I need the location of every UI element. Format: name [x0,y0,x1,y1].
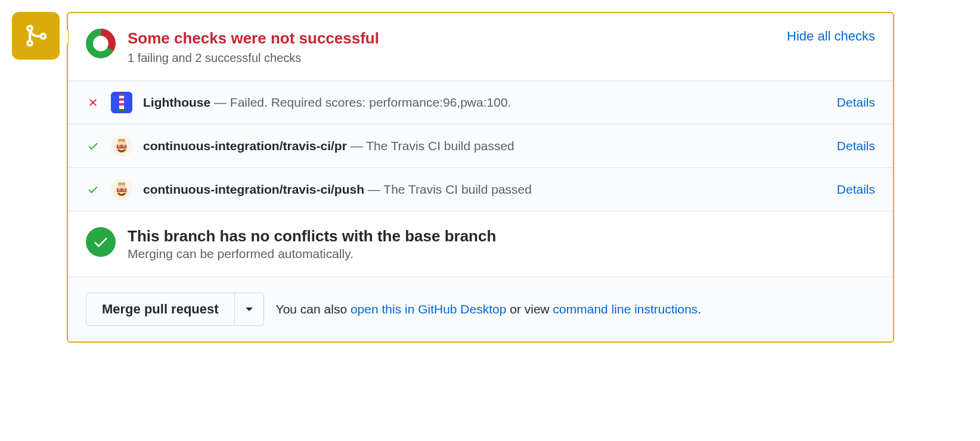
merge-info-text: You can also open this in GitHub Desktop… [276,302,702,316]
check-message: — The Travis CI build passed [364,182,532,196]
svg-point-19 [119,189,120,190]
checks-subtitle: 1 failing and 2 successful checks [128,51,775,65]
check-icon [87,184,99,195]
svg-point-20 [123,189,125,190]
open-desktop-link[interactable]: open this in GitHub Desktop [351,302,506,316]
merge-pull-request-button[interactable]: Merge pull request [86,293,235,326]
success-circle-icon [86,227,116,257]
check-details-link[interactable]: Details [837,182,875,197]
merge-info-suffix: . [697,302,701,316]
conflict-section: This branch has no conflicts with the ba… [68,211,893,277]
svg-point-1 [89,32,112,55]
check-message: — The Travis CI build passed [347,139,514,153]
git-merge-icon [23,23,48,48]
check-name: Lighthouse [143,95,210,109]
merge-info-middle: or view [506,302,553,316]
hide-all-checks-link[interactable]: Hide all checks [787,29,875,44]
lighthouse-avatar-icon [111,92,132,113]
merge-button-group: Merge pull request [86,293,264,326]
x-icon [87,97,99,108]
svg-marker-5 [118,94,125,96]
svg-rect-2 [119,96,124,109]
timeline-merge-badge [12,12,60,60]
svg-rect-6 [117,109,126,111]
checks-header-text: Some checks were not successful 1 failin… [128,29,775,65]
check-row: continuous-integration/travis-ci/pr — Th… [68,124,893,167]
merge-status-container: Some checks were not successful 1 failin… [12,12,894,343]
check-status-pass [86,184,100,195]
cli-instructions-link[interactable]: command line instructions [553,302,698,316]
travis-avatar-icon [111,179,132,200]
merge-dropdown-button[interactable] [235,293,264,326]
svg-point-12 [119,145,120,147]
check-text: Lighthouse — Failed. Required scores: pe… [143,95,826,110]
check-message: — Failed. Required scores: performance:9… [210,95,511,109]
status-donut-icon [86,29,116,58]
check-name: continuous-integration/travis-ci/push [143,182,364,196]
caret-down-icon [246,307,253,312]
check-status-pass [86,140,100,152]
merge-action-section: Merge pull request You can also open thi… [68,277,893,341]
check-status-fail [86,97,100,108]
conflict-text: This branch has no conflicts with the ba… [128,227,496,261]
check-details-link[interactable]: Details [837,95,875,110]
checks-title: Some checks were not successful [128,29,775,49]
check-name: continuous-integration/travis-ci/pr [143,139,347,153]
conflict-subtitle: Merging can be performed automatically. [128,247,496,261]
conflict-title: This branch has no conflicts with the ba… [128,227,496,246]
merge-info-prefix: You can also [276,302,351,316]
travis-avatar-icon [111,135,132,157]
check-text: continuous-integration/travis-ci/pr — Th… [143,139,826,153]
check-text: continuous-integration/travis-ci/push — … [143,182,826,197]
check-icon [87,140,99,152]
svg-point-13 [123,145,125,147]
check-row: Lighthouse — Failed. Required scores: pe… [68,80,893,124]
check-icon [92,234,109,250]
svg-rect-4 [119,103,124,105]
merge-status-box: Some checks were not successful 1 failin… [67,12,894,343]
check-row: continuous-integration/travis-ci/push — … [68,167,893,211]
svg-rect-3 [119,98,124,101]
check-details-link[interactable]: Details [837,139,875,153]
checks-header: Some checks were not successful 1 failin… [68,13,893,80]
